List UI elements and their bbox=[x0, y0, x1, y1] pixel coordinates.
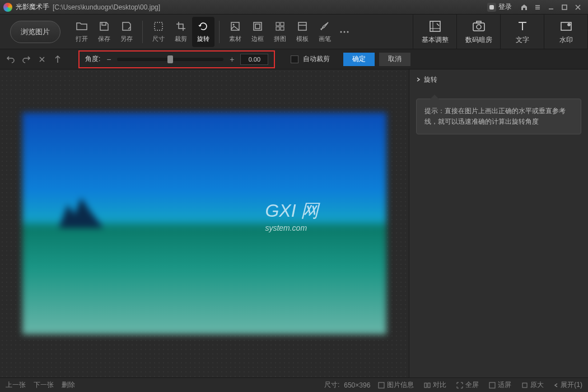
file-path: [C:\Users\kunduogx\Desktop\00.jpg] bbox=[53, 3, 160, 11]
login-button[interactable]: 登录 bbox=[487, 2, 512, 12]
slider-thumb[interactable] bbox=[167, 55, 173, 63]
resize-button[interactable]: 尺寸 bbox=[147, 17, 170, 47]
flip-vertical-button[interactable] bbox=[53, 54, 63, 64]
minimize-button[interactable] bbox=[544, 2, 558, 13]
angle-label: 角度: bbox=[85, 54, 100, 64]
panel-header[interactable]: 旋转 bbox=[409, 69, 588, 90]
compare-icon bbox=[424, 382, 431, 389]
image-preview[interactable] bbox=[22, 113, 386, 334]
rotate-icon bbox=[197, 20, 209, 32]
auto-crop-label: 自动裁剪 bbox=[303, 54, 330, 64]
svg-rect-18 bbox=[477, 21, 481, 23]
original-size-button[interactable]: 原大 bbox=[521, 380, 544, 390]
angle-slider[interactable] bbox=[117, 58, 223, 61]
home-button[interactable] bbox=[517, 2, 531, 13]
canvas-area[interactable]: GXI 网 system.com bbox=[0, 69, 409, 377]
right-tools: 基本调整 数码暗房 文字 水印 bbox=[413, 15, 588, 49]
cancel-button[interactable]: 取消 bbox=[379, 53, 410, 66]
svg-point-13 bbox=[344, 31, 346, 32]
svg-rect-9 bbox=[276, 27, 279, 30]
darkroom-button[interactable]: 数码暗房 bbox=[457, 15, 501, 49]
fullscreen-icon bbox=[456, 382, 463, 389]
settings-button[interactable] bbox=[531, 2, 544, 13]
save-icon bbox=[98, 20, 110, 32]
material-button[interactable]: 素材 bbox=[224, 17, 246, 47]
panel-title: 旋转 bbox=[424, 75, 437, 85]
app-title: 光影魔术手 bbox=[16, 2, 49, 12]
tool-group-resource: 素材 边框 拼图 模板 画笔 bbox=[224, 15, 353, 49]
text-button[interactable]: 文字 bbox=[501, 15, 544, 49]
svg-rect-22 bbox=[424, 383, 427, 388]
more-button[interactable] bbox=[336, 17, 353, 47]
watermark-button[interactable]: 水印 bbox=[544, 15, 588, 49]
maximize-button[interactable] bbox=[558, 2, 571, 13]
angle-control-highlight: 角度: − + bbox=[78, 50, 275, 68]
image-info-button[interactable]: 图片信息 bbox=[378, 380, 414, 390]
watermark-icon bbox=[559, 20, 573, 33]
text-icon bbox=[516, 20, 529, 33]
fullscreen-button[interactable]: 全屏 bbox=[456, 380, 479, 390]
rotate-toolbar: 角度: − + 自动裁剪 确定 取消 bbox=[0, 49, 588, 69]
crop-icon bbox=[175, 20, 187, 32]
content-area: GXI 网 system.com 旋转 提示：直接在图片上画出正确的水平或垂直参… bbox=[0, 69, 588, 377]
close-button[interactable] bbox=[571, 2, 585, 13]
info-icon bbox=[378, 382, 385, 389]
angle-increase-button[interactable]: + bbox=[228, 55, 236, 64]
expand-button[interactable]: 展开(1) bbox=[554, 380, 582, 390]
app-icon bbox=[3, 3, 12, 12]
redo-button[interactable] bbox=[21, 54, 31, 64]
separator bbox=[219, 21, 220, 43]
angle-input[interactable] bbox=[240, 54, 268, 65]
save-button[interactable]: 保存 bbox=[93, 17, 115, 47]
svg-rect-11 bbox=[298, 22, 306, 30]
frame-button[interactable]: 边框 bbox=[246, 17, 269, 47]
tip-text: 提示：直接在图片上画出正确的水平或垂直参考线，就可以迅速准确的计算出旋转角度 bbox=[424, 107, 566, 125]
brush-button[interactable]: 画笔 bbox=[314, 17, 336, 47]
basic-adjust-button[interactable]: 基本调整 bbox=[413, 15, 457, 49]
user-icon bbox=[487, 3, 496, 12]
side-panel: 旋转 提示：直接在图片上画出正确的水平或垂直参考线，就可以迅速准确的计算出旋转角… bbox=[409, 69, 588, 377]
browse-button[interactable]: 浏览图片 bbox=[10, 21, 60, 43]
svg-rect-23 bbox=[428, 383, 430, 388]
next-image-button[interactable]: 下一张 bbox=[34, 380, 54, 390]
fit-screen-button[interactable]: 适屏 bbox=[489, 380, 511, 390]
history-controls bbox=[6, 54, 63, 64]
svg-rect-16 bbox=[473, 23, 484, 31]
svg-rect-24 bbox=[489, 382, 495, 388]
more-icon bbox=[338, 26, 351, 38]
open-button[interactable]: 打开 bbox=[71, 17, 93, 47]
delete-button[interactable]: 删除 bbox=[62, 380, 75, 390]
save-as-icon bbox=[120, 20, 133, 32]
svg-point-14 bbox=[347, 31, 349, 32]
folder-open-icon bbox=[76, 20, 88, 32]
flip-horizontal-button[interactable] bbox=[37, 54, 47, 64]
svg-rect-25 bbox=[522, 383, 527, 388]
save-as-button[interactable]: 另存 bbox=[115, 17, 138, 47]
browse-label: 浏览图片 bbox=[21, 27, 50, 37]
svg-rect-5 bbox=[254, 22, 262, 30]
confirm-button[interactable]: 确定 bbox=[343, 53, 375, 66]
frame-icon bbox=[251, 20, 264, 32]
compare-button[interactable]: 对比 bbox=[424, 380, 446, 390]
rotate-button[interactable]: 旋转 bbox=[192, 17, 214, 47]
material-icon bbox=[229, 20, 241, 32]
angle-decrease-button[interactable]: − bbox=[105, 55, 113, 64]
svg-point-12 bbox=[340, 31, 342, 32]
svg-rect-15 bbox=[430, 21, 440, 31]
collage-icon bbox=[274, 20, 286, 32]
camera-icon bbox=[472, 20, 486, 33]
svg-rect-1 bbox=[562, 5, 567, 10]
collage-button[interactable]: 拼图 bbox=[269, 17, 291, 47]
chevron-right-icon bbox=[416, 77, 421, 82]
crop-button[interactable]: 裁剪 bbox=[170, 17, 192, 47]
svg-rect-8 bbox=[281, 22, 284, 26]
prev-image-button[interactable]: 上一张 bbox=[6, 380, 26, 390]
undo-button[interactable] bbox=[6, 54, 16, 64]
template-button[interactable]: 模板 bbox=[291, 17, 314, 47]
main-toolbar: 浏览图片 打开 保存 另存 尺寸 裁剪 旋转 bbox=[0, 15, 588, 49]
svg-rect-7 bbox=[276, 22, 279, 26]
login-label: 登录 bbox=[498, 2, 512, 12]
auto-crop-checkbox[interactable] bbox=[291, 55, 298, 63]
separator bbox=[142, 21, 143, 43]
title-bar: 光影魔术手 [C:\Users\kunduogx\Desktop\00.jpg]… bbox=[0, 0, 588, 15]
